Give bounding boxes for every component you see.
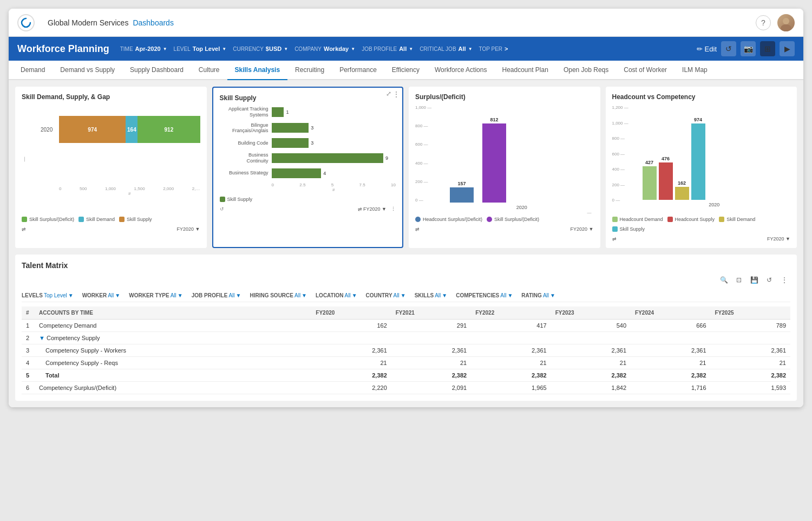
filter-table-icon[interactable]: ⊡ xyxy=(733,274,745,286)
row-4-fy2025: 21 xyxy=(711,357,791,369)
skill-demand-fy[interactable]: FY2020 ▼ xyxy=(177,226,200,232)
supply-bar-business-cont xyxy=(272,153,384,163)
table-action-icons: 🔍 ⊡ 💾 ↺ ⋮ xyxy=(22,274,790,286)
tab-ilm-map[interactable]: ILM Map xyxy=(675,61,715,80)
row-1-fy2022: 417 xyxy=(471,320,551,332)
tab-supply-dashboard[interactable]: Supply Dashboard xyxy=(122,61,191,80)
company-filter[interactable]: COMPANY Workday ▼ xyxy=(294,45,355,52)
search-table-icon[interactable]: 🔍 xyxy=(718,274,730,286)
supply-label-business-cont: BusinessContinuity xyxy=(220,152,269,164)
row-6-fy2023: 1,842 xyxy=(551,382,631,394)
row-4-fy2024: 21 xyxy=(631,357,710,369)
col-fy2022: FY2022 xyxy=(471,307,551,320)
tab-workforce-actions[interactable]: Workforce Actions xyxy=(427,61,494,80)
workday-logo xyxy=(17,14,39,31)
row-5-fy2021: 2,382 xyxy=(391,369,471,382)
filter-location: LOCATION All ▼ xyxy=(316,292,357,298)
row-num-5: 5 xyxy=(22,369,35,382)
tab-skills-analysis[interactable]: Skills Analysis xyxy=(227,61,288,80)
refresh-icon[interactable]: ↺ xyxy=(220,206,224,212)
row-6-fy2020: 2,220 xyxy=(311,382,391,394)
surplus-legend-skill: Skill Surplus/(Deficit) xyxy=(494,217,539,222)
svg-point-1 xyxy=(781,24,791,31)
hc-trend-icon: ⇌ xyxy=(612,236,617,242)
supply-bar-row-bilingual: BilingueFrançais/Anglais 3 xyxy=(220,122,396,134)
top-per-filter[interactable]: TOP PER > xyxy=(479,45,508,52)
row-3-fy2021: 2,361 xyxy=(391,344,471,357)
tab-recruiting[interactable]: Recruiting xyxy=(287,61,332,80)
skill-supply-chart-card: Skill Supply ⤢ ⋮ Applicant TrackingSyste… xyxy=(212,87,404,248)
row-4-fy2023: 21 xyxy=(551,357,631,369)
tab-open-job-reqs[interactable]: Open Job Reqs xyxy=(556,61,616,80)
headcount-title: Headcount vs Competency xyxy=(612,93,791,101)
critical-job-filter[interactable]: CRITICAL JOB All ▼ xyxy=(420,45,472,52)
surplus-chart-card: Surplus/(Deficit) 1,000 — 800 — 600 — 40… xyxy=(409,87,600,248)
row-label-comp-supply: ▼ Competency Supply xyxy=(35,332,311,344)
skill-demand-chart-card: Skill Demand, Supply, & Gap — 2020 974 1… xyxy=(15,87,207,248)
filter-worker: WORKER All ▼ xyxy=(82,292,121,298)
edit-button[interactable]: ✏ Edit xyxy=(697,45,717,53)
skill-demand-bar: 164 xyxy=(126,116,137,143)
screenshot-button[interactable]: 📷 xyxy=(741,41,756,56)
row-1-fy2024: 666 xyxy=(631,320,710,332)
headcount-footer: ⇌ FY2020 ▼ xyxy=(612,236,791,242)
row-4-fy2020: 21 xyxy=(311,357,391,369)
talent-table: # ACCOUNTS BY TIME FY2020 FY2021 FY2022 … xyxy=(22,307,790,394)
filter-country: COUNTRY All ▼ xyxy=(366,292,406,298)
refresh-button[interactable]: ↺ xyxy=(721,41,736,56)
tab-demand-vs-supply[interactable]: Demand vs Supply xyxy=(53,61,122,80)
avatar[interactable] xyxy=(777,14,795,31)
tab-demand[interactable]: Demand xyxy=(13,61,53,80)
expand-icon[interactable]: ⤢ xyxy=(386,90,391,97)
skill-supply-legend-label: Skill Supply xyxy=(227,197,253,202)
skill-supply-fy[interactable]: ⇌ FY2020 ▼ xyxy=(358,206,387,212)
grid-view-button[interactable]: ⊞ xyxy=(760,41,775,56)
row-6-fy2025: 1,593 xyxy=(711,382,791,394)
save-table-icon[interactable]: 💾 xyxy=(748,274,760,286)
col-num: # xyxy=(22,307,35,320)
skill-supply-bar: 974 xyxy=(59,116,126,143)
hc-bar-demand xyxy=(643,166,657,200)
time-filter[interactable]: TIME Apr-2020 ▼ xyxy=(120,45,167,52)
talent-matrix-title: Talent Matrix xyxy=(22,261,790,270)
tab-efficiency[interactable]: Efficiency xyxy=(384,61,427,80)
chart-year-label: 2020 xyxy=(41,127,57,133)
chart-menu-icon[interactable]: ⋮ xyxy=(392,90,400,99)
job-profile-filter[interactable]: JOB PROFILE All ▼ xyxy=(362,45,413,52)
legend-demand-label: Skill Demand xyxy=(86,217,115,222)
dashboards-link[interactable]: Dashboards xyxy=(133,18,174,27)
help-icon[interactable]: ? xyxy=(756,15,771,30)
hc-val-974: 974 xyxy=(694,117,702,122)
hc-val-427: 427 xyxy=(645,160,653,165)
video-button[interactable]: ▶ xyxy=(780,41,795,56)
skill-gap-bar: 912 xyxy=(137,116,200,143)
tab-headcount-plan[interactable]: Headcount Plan xyxy=(494,61,555,80)
table-row-total: 5 Total 2,382 2,382 2,382 2,382 2,382 2,… xyxy=(22,369,790,382)
tab-culture[interactable]: Culture xyxy=(191,61,227,80)
currency-filter[interactable]: CURRENCY $USD ▼ xyxy=(233,45,288,52)
filter-hiring-source: HIRING SOURCE All ▼ xyxy=(250,292,307,298)
tab-performance[interactable]: Performance xyxy=(332,61,384,80)
supply-label-business-strat: Business Strategy xyxy=(220,170,269,176)
logo-icon xyxy=(17,14,35,31)
row-6-fy2024: 1,716 xyxy=(631,382,710,394)
surplus-fy[interactable]: FY2020 ▼ xyxy=(571,226,594,232)
legend-supply-label: Skill Supply xyxy=(127,217,152,222)
tab-cost-of-worker[interactable]: Cost of Worker xyxy=(616,61,675,80)
row-num-2: 2 xyxy=(22,332,35,344)
headcount-chart-card: Headcount vs Competency 1,200 — 1,000 — … xyxy=(606,87,797,248)
table-row: 4 Competency Supply - Reqs 21 21 21 21 2… xyxy=(22,357,790,369)
row-6-fy2022: 1,965 xyxy=(471,382,551,394)
level-filter[interactable]: LEVEL Top Level ▼ xyxy=(174,45,227,52)
refresh-table-icon[interactable]: ↺ xyxy=(763,274,775,286)
row-3-fy2024: 2,361 xyxy=(631,344,710,357)
row-num-3: 3 xyxy=(22,344,35,357)
skill-supply-menu[interactable]: ⋮ xyxy=(391,206,396,212)
more-table-icon[interactable]: ⋮ xyxy=(778,274,790,286)
talent-filter-bar: LEVELS Top Level ▼ WORKER All ▼ WORKER T… xyxy=(22,289,790,302)
hc-fy[interactable]: FY2020 ▼ xyxy=(767,236,790,242)
row-5-fy2020: 2,382 xyxy=(311,369,391,382)
supply-label-ats: Applicant TrackingSystems xyxy=(220,106,269,118)
row-1-fy2020: 162 xyxy=(311,320,391,332)
surplus-bar-skill xyxy=(482,123,506,203)
